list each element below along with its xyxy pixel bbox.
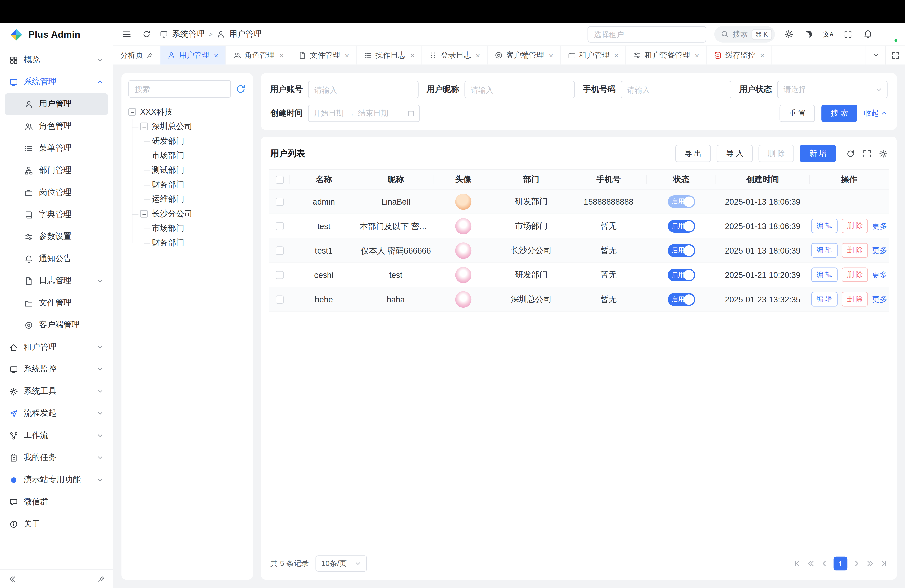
tab-tenant-package-management[interactable]: 租户套餐管理 × bbox=[626, 46, 707, 65]
close-tab-icon[interactable]: × bbox=[279, 52, 284, 59]
hamburger-menu-icon[interactable] bbox=[121, 28, 133, 41]
close-tab-icon[interactable]: × bbox=[549, 52, 553, 59]
tree-node-leaf[interactable]: 财务部门 bbox=[152, 177, 246, 192]
sidebar-item-role-management[interactable]: 角色管理 bbox=[5, 115, 108, 137]
tenant-select-input[interactable] bbox=[587, 26, 706, 43]
sidebar-item-file-management[interactable]: 文件管理 bbox=[5, 292, 108, 314]
tree-node-leaf[interactable]: 市场部门 bbox=[152, 148, 246, 163]
collapse-filters-link[interactable]: 收起 bbox=[864, 108, 888, 119]
tree-collapse-toggle[interactable] bbox=[140, 123, 148, 130]
current-page-button[interactable]: 1 bbox=[834, 556, 848, 571]
sidebar-item-log-management[interactable]: 日志管理 bbox=[5, 270, 108, 292]
close-tab-icon[interactable]: × bbox=[214, 52, 219, 59]
more-actions-link[interactable]: 更多 bbox=[872, 245, 887, 256]
row-checkbox[interactable] bbox=[276, 222, 284, 230]
more-actions-link[interactable]: 更多 bbox=[872, 270, 887, 280]
close-tab-icon[interactable]: × bbox=[760, 52, 765, 59]
tab-analysis-page[interactable]: 分析页 bbox=[113, 46, 160, 65]
content-fullscreen-icon[interactable] bbox=[885, 46, 905, 65]
edit-button[interactable]: 编 辑 bbox=[811, 219, 838, 233]
pin-sidebar-icon[interactable] bbox=[98, 575, 105, 582]
last-page-icon[interactable] bbox=[880, 559, 888, 567]
breadcrumb-system[interactable]: 系统管理 bbox=[172, 29, 204, 40]
sidebar-item-system-management[interactable]: 系统管理 bbox=[0, 71, 113, 93]
tree-node-branch[interactable]: 长沙分公司 bbox=[140, 207, 246, 221]
add-button[interactable]: 新 增 bbox=[800, 145, 836, 162]
row-checkbox[interactable] bbox=[276, 295, 284, 303]
tab-role-management[interactable]: 角色管理 × bbox=[226, 46, 291, 65]
user-avatar[interactable] bbox=[882, 26, 898, 43]
tree-node-leaf[interactable]: 市场部门 bbox=[152, 221, 246, 236]
pin-icon[interactable] bbox=[146, 52, 153, 58]
next-5-pages-icon[interactable] bbox=[866, 559, 874, 567]
settings-gear-icon[interactable] bbox=[783, 29, 795, 40]
language-translate-icon[interactable]: 文A bbox=[822, 29, 834, 40]
status-toggle[interactable]: 启用 bbox=[668, 244, 695, 257]
refresh-page-icon[interactable] bbox=[140, 28, 153, 41]
tree-collapse-toggle[interactable] bbox=[140, 210, 148, 218]
refresh-table-icon[interactable] bbox=[846, 149, 855, 158]
edit-button[interactable]: 编 辑 bbox=[811, 292, 838, 307]
notifications-bell-icon[interactable] bbox=[862, 29, 873, 40]
status-toggle[interactable]: 启用 bbox=[668, 195, 695, 208]
sidebar-item-dict-management[interactable]: 字典管理 bbox=[5, 203, 108, 226]
sidebar-item-tenant-management[interactable]: 租户管理 bbox=[0, 336, 113, 358]
dark-mode-moon-icon[interactable] bbox=[803, 29, 814, 40]
more-actions-link[interactable]: 更多 bbox=[872, 221, 887, 231]
tab-client-management[interactable]: 客户端管理 × bbox=[488, 46, 560, 65]
sidebar-item-post-management[interactable]: 岗位管理 bbox=[5, 181, 108, 203]
collapse-sidebar-icon[interactable] bbox=[8, 575, 16, 583]
search-button[interactable]: 搜 索 bbox=[822, 105, 857, 122]
more-actions-link[interactable]: 更多 bbox=[872, 294, 887, 305]
edit-button[interactable]: 编 辑 bbox=[811, 268, 838, 282]
sidebar-item-wechat-group[interactable]: 微信群 bbox=[0, 491, 113, 513]
sidebar-item-user-management[interactable]: 用户管理 bbox=[5, 93, 108, 115]
close-tab-icon[interactable]: × bbox=[614, 52, 619, 59]
tab-list-dropdown-icon[interactable] bbox=[865, 46, 885, 65]
status-select[interactable]: 请选择 bbox=[777, 81, 888, 98]
sidebar-item-about[interactable]: 关于 bbox=[0, 513, 113, 535]
sidebar-item-my-tasks[interactable]: 我的任务 bbox=[0, 447, 113, 469]
next-page-icon[interactable] bbox=[853, 559, 861, 567]
table-fullscreen-icon[interactable] bbox=[862, 149, 871, 158]
tree-node-root[interactable]: XXX科技 bbox=[129, 105, 246, 119]
sidebar-item-demo-features[interactable]: 演示站专用功能 bbox=[0, 469, 113, 491]
tree-node-leaf[interactable]: 财务部门 bbox=[152, 235, 246, 250]
reset-button[interactable]: 重 置 bbox=[779, 105, 815, 122]
tree-node-leaf[interactable]: 测试部门 bbox=[152, 163, 246, 177]
sidebar-item-workflow[interactable]: 工作流 bbox=[0, 424, 113, 447]
date-range-picker[interactable]: 开始日期 → 结束日期 bbox=[308, 105, 419, 122]
row-checkbox[interactable] bbox=[276, 271, 284, 279]
row-checkbox[interactable] bbox=[276, 197, 284, 205]
edit-button[interactable]: 编 辑 bbox=[811, 243, 838, 257]
tab-cache-monitor[interactable]: 缓存监控 × bbox=[707, 46, 772, 65]
tree-node-branch[interactable]: 深圳总公司 bbox=[140, 119, 246, 134]
tree-node-leaf[interactable]: 研发部门 bbox=[152, 134, 246, 148]
global-search[interactable]: 搜索 ⌘ K bbox=[714, 26, 775, 43]
status-toggle[interactable]: 启用 bbox=[668, 293, 695, 305]
tab-file-management[interactable]: 文件管理 × bbox=[291, 46, 357, 65]
import-button[interactable]: 导 入 bbox=[717, 145, 753, 162]
delete-row-button[interactable]: 删 除 bbox=[841, 243, 868, 257]
tab-login-log[interactable]: 登录日志 × bbox=[422, 46, 488, 65]
app-logo[interactable]: Plus Admin bbox=[0, 23, 113, 46]
status-toggle[interactable]: 启用 bbox=[668, 269, 695, 281]
sidebar-item-process-initiation[interactable]: 流程发起 bbox=[0, 402, 113, 424]
sidebar-item-department-management[interactable]: 部门管理 bbox=[5, 159, 108, 181]
prev-5-pages-icon[interactable] bbox=[807, 559, 815, 567]
tab-operation-log[interactable]: 操作日志 × bbox=[357, 46, 422, 65]
tree-collapse-toggle[interactable] bbox=[129, 108, 136, 116]
delete-row-button[interactable]: 删 除 bbox=[841, 219, 868, 233]
close-tab-icon[interactable]: × bbox=[410, 52, 415, 59]
close-tab-icon[interactable]: × bbox=[476, 52, 480, 59]
tree-refresh-icon[interactable] bbox=[235, 84, 246, 94]
sidebar-item-parameter-settings[interactable]: 参数设置 bbox=[5, 226, 108, 248]
phone-input[interactable] bbox=[621, 81, 731, 98]
account-input[interactable] bbox=[308, 81, 418, 98]
export-button[interactable]: 导 出 bbox=[675, 145, 711, 162]
tab-tenant-management[interactable]: 租户管理 × bbox=[560, 46, 626, 65]
sidebar-item-menu-management[interactable]: 菜单管理 bbox=[5, 137, 108, 159]
column-settings-gear-icon[interactable] bbox=[879, 149, 888, 158]
delete-row-button[interactable]: 删 除 bbox=[841, 268, 868, 282]
page-size-select[interactable]: 10条/页 bbox=[316, 555, 367, 572]
